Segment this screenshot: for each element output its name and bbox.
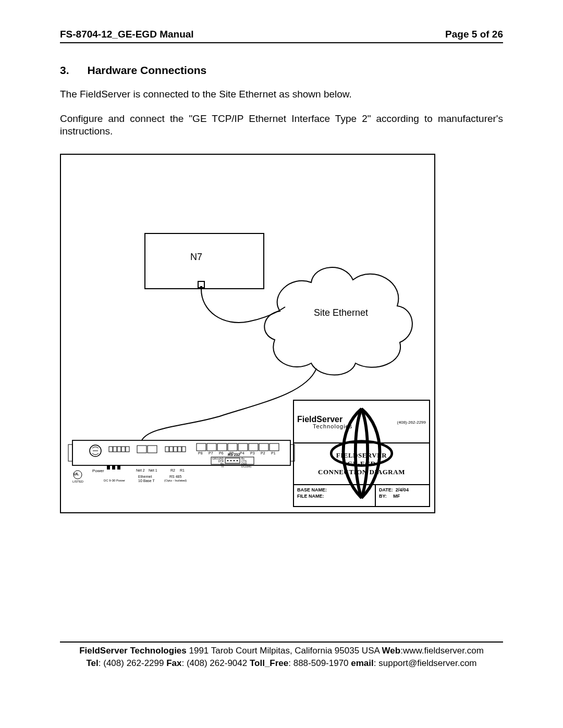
date-label: DATE: xyxy=(379,487,393,492)
svg-point-29 xyxy=(234,460,235,462)
title-line-2: GE-EGD xyxy=(347,460,375,468)
svg-rect-7 xyxy=(121,447,125,452)
pin-tx: Tx xyxy=(212,465,224,468)
p2-label: P2 xyxy=(261,451,265,455)
svg-point-3 xyxy=(90,445,101,456)
file-name-label: FILE NAME: xyxy=(297,493,372,499)
power-label: Power xyxy=(92,468,104,473)
ethernet-label: Ethernet xyxy=(138,475,152,478)
section-heading: 3.Hardware Connections xyxy=(60,64,503,77)
connection-diagram: N7 Site Ethernet xyxy=(60,154,435,513)
rs485-label: RS 485 xyxy=(169,475,181,478)
p5-label: P5 xyxy=(229,451,234,455)
svg-rect-18 xyxy=(217,443,227,451)
ul-label: UL xyxy=(74,472,79,476)
footer-web-label: Web xyxy=(382,646,401,656)
svg-rect-16 xyxy=(197,443,206,451)
svg-rect-6 xyxy=(117,447,121,452)
svg-rect-13 xyxy=(174,447,177,452)
footer-company: FieldServer Technologies xyxy=(79,646,187,656)
doc-title: FS-8704-12_GE-EGD Manual xyxy=(60,29,194,40)
paragraph-2: Configure and connect the "GE TCP/IP Eth… xyxy=(60,113,503,138)
svg-rect-4 xyxy=(109,447,113,452)
footer-tel-label: Tel xyxy=(86,658,98,668)
date-value: 2/4/04 xyxy=(396,487,409,492)
r1-label: R1 xyxy=(180,468,185,472)
footer-tollfree-label: Toll_Free xyxy=(250,658,288,668)
p7-label: P7 xyxy=(209,451,213,455)
p1-label: P1 xyxy=(271,451,276,455)
svg-point-30 xyxy=(237,460,238,462)
svg-rect-17 xyxy=(207,443,216,451)
page-indicator: Page 5 of 26 xyxy=(445,29,503,40)
title-block-title-row: FIELDSERVER GE-EGD CONNECTION DIAGRAM xyxy=(294,443,429,485)
paragraph-1: The FieldServer is connected to the Site… xyxy=(60,88,503,101)
svg-point-27 xyxy=(227,460,229,462)
listed-label: LISTED xyxy=(72,480,83,483)
footer-email-value: : support@fieldserver.com xyxy=(374,658,477,668)
svg-rect-33 xyxy=(117,465,120,470)
svg-rect-1 xyxy=(68,445,72,461)
title-block-logo-row: FieldServer Technologies (408)-262-2299 xyxy=(294,401,429,443)
page-header: FS-8704-12_GE-EGD Manual Page 5 of 26 xyxy=(60,29,503,43)
svg-rect-31 xyxy=(107,465,110,470)
svg-rect-5 xyxy=(113,447,117,452)
footer-fax-label: Fax xyxy=(166,658,181,668)
page-footer: FieldServer Technologies 1991 Tarob Cour… xyxy=(60,641,503,670)
brand-name: FieldServer xyxy=(297,415,342,424)
p3-label: P3 xyxy=(250,451,255,455)
svg-rect-23 xyxy=(270,443,279,451)
svg-rect-15 xyxy=(182,447,186,452)
fieldserver-device: UL LISTED Power Net 2 Net 1 Ethernet 10 … xyxy=(66,439,298,497)
footer-web-value: :www.fieldserver.com xyxy=(400,646,484,656)
svg-rect-10 xyxy=(148,446,157,453)
svg-rect-14 xyxy=(178,447,181,452)
svg-rect-26 xyxy=(225,458,240,463)
n7-label: N7 xyxy=(190,252,202,263)
footer-tollfree-value: : 888-509-1970 xyxy=(288,658,351,668)
p8-label: P8 xyxy=(198,451,203,455)
cloud-label: Site Ethernet xyxy=(314,307,368,318)
pin-dcd: DCD(RI) xyxy=(241,465,251,468)
footer-tel-value: : (408) 262-2299 xyxy=(99,658,166,668)
svg-rect-19 xyxy=(228,443,237,451)
by-label: BY: xyxy=(379,493,387,499)
p4-label: P4 xyxy=(240,451,244,455)
svg-rect-11 xyxy=(165,447,169,452)
title-block-meta-row: BASE NAME: FILE NAME: DATE: 2/4/04 BY: M… xyxy=(294,485,429,506)
svg-rect-0 xyxy=(72,440,290,465)
svg-rect-9 xyxy=(137,446,146,453)
logo-text: FieldServer Technologies xyxy=(297,415,352,429)
title-line-1: FIELDSERVER xyxy=(336,451,387,460)
net1-label: Net 1 xyxy=(149,468,157,472)
section-title: Hardware Connections xyxy=(88,64,207,76)
svg-point-28 xyxy=(230,460,232,462)
p6-label: P6 xyxy=(219,451,224,455)
title-block-phone: (408)-262-2299 xyxy=(397,420,426,425)
title-block: FieldServer Technologies (408)-262-2299 … xyxy=(293,400,430,507)
dc-power-label: DC 9-30 Power xyxy=(104,479,125,482)
net2-label: Net 2 xyxy=(136,468,145,472)
base-name-label: BASE NAME: xyxy=(297,487,372,492)
svg-rect-21 xyxy=(249,443,258,451)
footer-address: 1991 Tarob Court Milpitas, California 95… xyxy=(187,646,382,656)
document-page: FS-8704-12_GE-EGD Manual Page 5 of 26 3.… xyxy=(60,29,503,670)
ethernet-sub: 10 Base T xyxy=(138,479,155,483)
svg-rect-32 xyxy=(112,465,115,470)
svg-rect-22 xyxy=(259,443,268,451)
section-number: 3. xyxy=(60,64,69,77)
n7-port-icon xyxy=(198,281,205,288)
footer-fax-value: : (408) 262-9042 xyxy=(182,658,250,668)
svg-rect-8 xyxy=(126,447,129,452)
r2-label: R2 xyxy=(170,468,175,472)
brand-sub: Technologies xyxy=(313,423,352,429)
footer-email-label: email xyxy=(351,658,373,668)
by-value: MF xyxy=(393,493,400,499)
title-line-3: CONNECTION DIAGRAM xyxy=(318,468,405,476)
rs485-sub: (Opto - Isolated) xyxy=(164,479,187,482)
svg-rect-20 xyxy=(238,443,248,451)
svg-rect-12 xyxy=(169,447,173,452)
